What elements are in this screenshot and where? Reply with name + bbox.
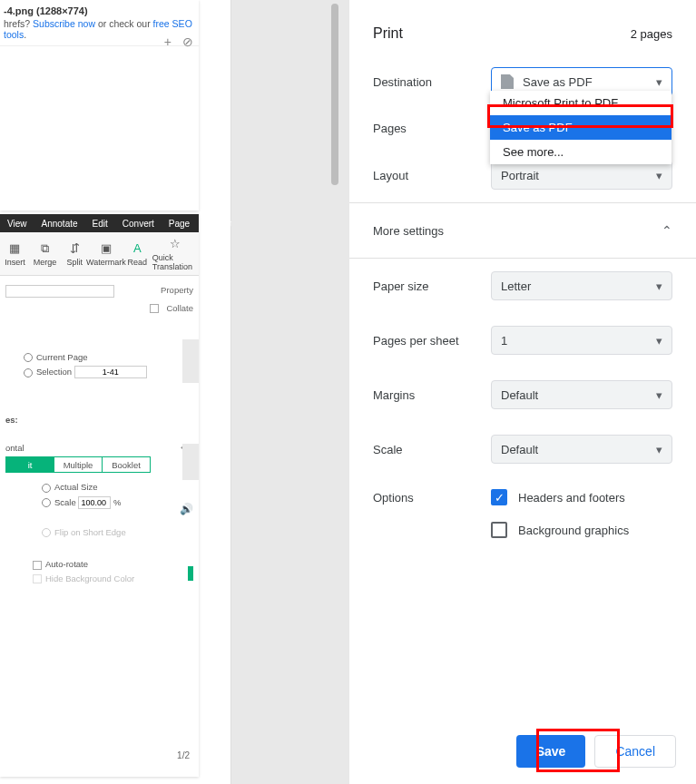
plus-icon[interactable]: + — [164, 34, 172, 49]
watermark-icon: ▣ — [99, 241, 113, 256]
scale-radio[interactable]: Scale % — [42, 496, 193, 509]
dropdown-see-more[interactable]: See more... — [490, 140, 671, 164]
checkbox-unchecked-icon — [491, 522, 507, 538]
app-menubar: View Annotate Edit Convert Page Protect — [0, 214, 199, 232]
current-page-radio[interactable]: Current Page — [24, 352, 193, 362]
green-indicator — [188, 566, 193, 581]
print-title: Print — [373, 25, 403, 42]
selection-range-input[interactable] — [74, 366, 147, 378]
margins-select[interactable]: Default ▾ — [491, 380, 672, 409]
autorotate-check[interactable]: Auto-rotate — [33, 559, 193, 569]
destination-label: Destination — [373, 75, 491, 89]
merge-icon: ⧉ — [37, 241, 52, 256]
menu-page[interactable]: Page — [162, 219, 197, 229]
flip-radio: Flip on Short Edge — [42, 527, 193, 537]
actual-size-radio[interactable]: Actual Size — [42, 482, 193, 492]
margins-label: Margins — [373, 388, 491, 402]
background-graphics-checkbox[interactable]: Background graphics — [491, 522, 629, 538]
pages-per-sheet-select[interactable]: 1 ▾ — [491, 326, 672, 355]
paper-size-select[interactable]: Letter ▾ — [491, 271, 672, 300]
tool-watermark[interactable]: ▣Watermark — [90, 241, 123, 267]
chevron-down-icon: ▾ — [656, 388, 662, 402]
chevron-down-icon: ▾ — [656, 443, 662, 456]
print-footer: Save Cancel — [349, 719, 696, 784]
print-preview-pane: -4.png (1288×774) hrefs? Subscribe now o… — [0, 0, 231, 784]
sound-icon: 🔊 — [180, 503, 193, 515]
preview-scrollbar-thumb[interactable] — [331, 4, 338, 185]
hidebg-check: Hide Background Color — [33, 573, 193, 583]
layout-select[interactable]: Portrait ▾ — [491, 161, 672, 190]
pages-label: Pages — [373, 122, 491, 135]
headers-footers-checkbox[interactable]: ✓ Headers and footers — [491, 489, 629, 505]
split-icon: ⇵ — [67, 241, 82, 256]
selection-radio[interactable]: Selection — [24, 366, 193, 378]
block-icon[interactable]: ⊘ — [182, 34, 193, 49]
seg-multiple[interactable]: Multiple — [54, 457, 103, 472]
chevron-down-icon: ▾ — [656, 334, 662, 348]
checkbox-icon — [150, 304, 159, 313]
es-label: es: — [5, 415, 193, 425]
tool-quick-translation[interactable]: ☆Quick Translation — [152, 237, 199, 271]
cancel-button[interactable]: Cancel — [594, 735, 676, 768]
property-label: Property — [161, 285, 193, 295]
tool-split[interactable]: ⇵Split — [60, 241, 90, 267]
tool-insert[interactable]: ▦Insert — [0, 241, 30, 267]
scale-value-input[interactable] — [78, 496, 111, 509]
page-top-icons: + ⊘ — [164, 34, 193, 49]
checkbox-checked-icon: ✓ — [491, 489, 507, 505]
menu-convert[interactable]: Convert — [115, 219, 162, 229]
layout-label: Layout — [373, 169, 491, 182]
tool-merge[interactable]: ⧉Merge — [30, 241, 60, 267]
pdf-icon — [501, 74, 514, 89]
chevron-down-icon: ▾ — [656, 279, 662, 293]
layout-segments[interactable]: it Multiple Booklet — [5, 456, 151, 473]
insert-icon: ▦ — [7, 241, 22, 256]
collate-option[interactable]: Collate — [150, 303, 193, 313]
scale-label: Scale — [373, 443, 491, 456]
ontal-label: ontal — [5, 443, 25, 453]
pages-per-sheet-label: Pages per sheet — [373, 334, 491, 348]
chevron-down-icon: ▾ — [656, 75, 662, 89]
preview-page-2: View Annotate Edit Convert Page Protect … — [0, 214, 199, 777]
seg-booklet[interactable]: Booklet — [103, 457, 150, 472]
destination-dropdown[interactable]: Microsoft Print to PDF Save as PDF See m… — [490, 91, 671, 164]
menu-view[interactable]: View — [0, 219, 34, 229]
menu-annotate[interactable]: Annotate — [34, 219, 85, 229]
preview-page-1: -4.png (1288×774) hrefs? Subscribe now o… — [0, 0, 199, 211]
dropdown-ms-print[interactable]: Microsoft Print to PDF — [490, 91, 671, 115]
options-label: Options — [373, 489, 491, 505]
document-content: Property Collate 🔊 Current Page Selectio… — [0, 276, 199, 766]
read-icon: A — [130, 241, 144, 256]
subscribe-link[interactable]: Subscribe now — [33, 18, 95, 29]
scroll-block — [182, 444, 199, 480]
page-number: 1/2 — [177, 750, 190, 760]
seg-fit[interactable]: it — [6, 457, 54, 472]
scale-select[interactable]: Default ▾ — [491, 435, 672, 464]
tool-read[interactable]: ARead — [123, 241, 152, 267]
more-settings-toggle[interactable]: More settings ⌃ — [349, 202, 696, 259]
dropdown-save-as-pdf[interactable]: Save as PDF — [490, 115, 671, 140]
translate-icon: ☆ — [168, 237, 182, 251]
file-title: -4.png (1288×774) — [0, 0, 199, 18]
top-field[interactable] — [5, 285, 114, 298]
save-button[interactable]: Save — [516, 735, 586, 768]
app-toolbar: ▦Insert ⧉Merge ⇵Split ▣Watermark ARead ☆… — [0, 232, 199, 276]
chevron-down-icon: ▾ — [656, 169, 662, 182]
chevron-up-icon: ⌃ — [662, 223, 672, 238]
paper-size-label: Paper size — [373, 279, 491, 293]
menu-edit[interactable]: Edit — [85, 219, 115, 229]
page-count: 2 pages — [631, 27, 672, 41]
scroll-block — [182, 339, 199, 383]
